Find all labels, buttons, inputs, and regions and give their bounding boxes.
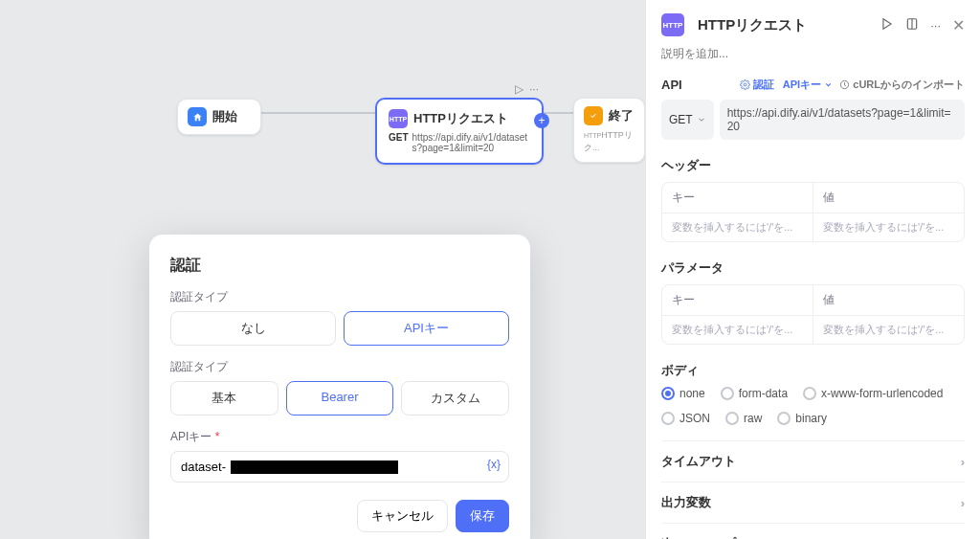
timeout-accordion[interactable]: タイムアウト › — [661, 440, 965, 482]
auth-type-none[interactable]: なし — [170, 311, 336, 346]
method-select[interactable]: GET — [661, 100, 714, 140]
modal-title: 認証 — [170, 256, 509, 276]
node-http-request[interactable]: HTTP HTTPリクエスト GET https://api.dify.ai/v… — [375, 98, 544, 165]
cancel-button[interactable]: キャンセル — [357, 500, 448, 532]
headers-table: キー 値 変数を挿入するには'/'を... 変数を挿入するには'/'を... — [661, 182, 965, 242]
body-none[interactable]: none — [661, 387, 705, 400]
node-panel: HTTP HTTPリクエスト ··· ✕ API 認証 APIキー cURLから… — [645, 0, 980, 539]
params-value-head: 値 — [813, 285, 964, 316]
panel-title: HTTPリクエスト — [698, 16, 873, 34]
body-x-www[interactable]: x-www-form-urlencoded — [803, 387, 943, 400]
auth-scheme-bearer[interactable]: Bearer — [286, 381, 394, 415]
node-start-title: 開始 — [212, 108, 237, 125]
node-http-title: HTTPリクエスト — [413, 110, 508, 127]
next-step-section: 次のステップ このワークフローで次のブロックを追加 — [661, 523, 965, 539]
insert-variable-button[interactable]: {x} — [487, 458, 501, 471]
param-value-input[interactable]: 変数を挿入するには'/'を... — [813, 316, 964, 344]
curl-import-link[interactable]: cURLからのインポート — [839, 78, 965, 92]
docs-icon[interactable] — [905, 17, 919, 34]
auth-modal: 認証 認証タイプ なし APIキー 認証タイプ 基本 Bearer カスタム A… — [149, 235, 530, 539]
auth-scheme-label: 認証タイプ — [170, 359, 509, 375]
body-form-data[interactable]: form-data — [721, 387, 788, 400]
headers-value-head: 値 — [813, 183, 964, 213]
api-key-input-wrap[interactable]: {x} — [170, 451, 509, 483]
params-title: パラメータ — [661, 259, 965, 277]
node-http-url: https://api.dify.ai/v1/datasets?page=1&l… — [412, 132, 530, 153]
params-key-head: キー — [662, 285, 813, 316]
description-input[interactable] — [661, 47, 965, 60]
param-key-input[interactable]: 変数を挿入するには'/'を... — [662, 316, 813, 344]
url-input[interactable]: https://api.dify.ai/v1/datasets?page=1&l… — [720, 100, 965, 140]
svg-point-1 — [744, 83, 746, 86]
api-key-redacted — [231, 460, 398, 474]
close-icon[interactable]: ✕ — [952, 16, 965, 34]
next-step-title: 次のステップ — [661, 535, 965, 539]
params-table: キー 値 変数を挿入するには'/'を... 変数を挿入するには'/'を... — [661, 284, 965, 345]
more-icon[interactable]: ··· — [930, 18, 941, 33]
body-binary[interactable]: binary — [777, 412, 827, 425]
node-end[interactable]: 終了 HTTPHTTPリク... — [573, 98, 645, 163]
body-raw[interactable]: raw — [725, 412, 762, 425]
auth-scheme-segment: 基本 Bearer カスタム — [170, 381, 509, 415]
api-key-label: APIキー * — [170, 429, 509, 445]
api-key-input[interactable] — [181, 460, 231, 474]
save-button[interactable]: 保存 — [456, 500, 509, 532]
header-value-input[interactable]: 変数を挿入するには'/'を... — [813, 213, 964, 241]
body-json[interactable]: JSON — [661, 412, 710, 425]
node-start[interactable]: 開始 — [177, 99, 261, 135]
body-title: ボディ — [661, 362, 965, 379]
run-icon[interactable]: ▷ — [515, 82, 523, 96]
auth-settings-link[interactable]: 認証 APIキー — [740, 78, 833, 92]
auth-type-segment: なし APIキー — [170, 311, 509, 346]
chevron-right-icon: › — [961, 496, 965, 510]
run-icon[interactable] — [880, 17, 894, 34]
auth-scheme-basic[interactable]: 基本 — [170, 381, 278, 415]
more-icon[interactable]: ··· — [529, 82, 539, 96]
node-end-title: 終了 — [609, 107, 634, 124]
auth-scheme-custom[interactable]: カスタム — [401, 381, 509, 415]
end-icon — [584, 106, 603, 125]
chevron-right-icon: › — [961, 455, 965, 469]
auth-type-apikey[interactable]: APIキー — [344, 311, 509, 346]
node-http-method: GET — [389, 132, 409, 153]
output-vars-accordion[interactable]: 出力変数 › — [661, 482, 965, 523]
headers-key-head: キー — [662, 183, 813, 213]
home-icon — [188, 107, 207, 126]
api-section-title: API — [661, 78, 682, 92]
edge-http-end — [544, 112, 573, 114]
http-icon: HTTP — [389, 109, 408, 128]
edge-start-http — [261, 112, 375, 114]
header-key-input[interactable]: 変数を挿入するには'/'を... — [662, 213, 813, 241]
auth-type-label: 認証タイプ — [170, 289, 509, 305]
node-hover-actions: ▷ ··· — [515, 82, 539, 96]
headers-title: ヘッダー — [661, 157, 965, 174]
http-icon: HTTP — [661, 13, 684, 36]
add-connection-button[interactable]: + — [534, 113, 549, 128]
